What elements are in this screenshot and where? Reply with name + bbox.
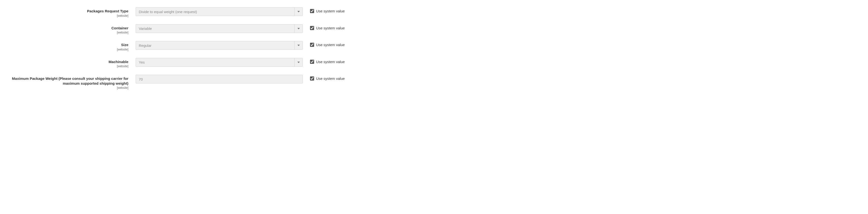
select-wrap: Yes <box>135 58 303 67</box>
use-default-col: Use system value <box>303 75 345 81</box>
field-col: Variable <box>135 24 303 33</box>
use-default-col: Use system value <box>303 24 345 30</box>
field-col: Regular <box>135 41 303 50</box>
use-system-text: Use system value <box>316 26 345 30</box>
use-default-col: Use system value <box>303 7 345 13</box>
field-label: Size <box>7 43 128 47</box>
use-default-col: Use system value <box>303 41 345 47</box>
use-system-text: Use system value <box>316 60 345 64</box>
label-col: Size [website] <box>7 41 135 51</box>
scope-label: [website] <box>7 31 128 34</box>
field-label: Machinable <box>7 59 128 64</box>
container-select[interactable]: Variable <box>135 24 303 33</box>
label-col: Machinable [website] <box>7 58 135 68</box>
use-system-checkbox[interactable] <box>310 9 314 13</box>
packages-request-type-select[interactable]: Divide to equal weight (one request) <box>135 7 303 16</box>
field-label: Container <box>7 26 128 31</box>
field-col <box>135 75 303 83</box>
use-system-label-wrap[interactable]: Use system value <box>310 76 345 81</box>
select-wrap: Variable <box>135 24 303 33</box>
row-size: Size [website] Regular Use system value <box>7 41 854 51</box>
max-package-weight-input[interactable] <box>135 75 303 83</box>
field-col: Yes <box>135 58 303 67</box>
use-system-label-wrap[interactable]: Use system value <box>310 43 345 47</box>
size-select[interactable]: Regular <box>135 41 303 50</box>
row-container: Container [website] Variable Use system … <box>7 24 854 34</box>
use-system-label-wrap[interactable]: Use system value <box>310 9 345 13</box>
row-machinable: Machinable [website] Yes Use system valu… <box>7 58 854 68</box>
use-system-checkbox[interactable] <box>310 26 314 30</box>
use-system-text: Use system value <box>316 43 345 47</box>
scope-label: [website] <box>7 14 128 18</box>
row-max-package-weight: Maximum Package Weight (Please consult y… <box>7 75 854 89</box>
select-wrap: Divide to equal weight (one request) <box>135 7 303 16</box>
row-packages-request-type: Packages Request Type [website] Divide t… <box>7 7 854 18</box>
use-system-text: Use system value <box>316 9 345 13</box>
use-system-text: Use system value <box>316 76 345 81</box>
use-default-col: Use system value <box>303 58 345 64</box>
scope-label: [website] <box>7 48 128 51</box>
use-system-label-wrap[interactable]: Use system value <box>310 60 345 64</box>
use-system-checkbox[interactable] <box>310 76 314 81</box>
scope-label: [website] <box>7 86 128 89</box>
field-col: Divide to equal weight (one request) <box>135 7 303 16</box>
field-label: Packages Request Type <box>7 9 128 14</box>
use-system-label-wrap[interactable]: Use system value <box>310 26 345 30</box>
use-system-checkbox[interactable] <box>310 60 314 64</box>
label-col: Packages Request Type [website] <box>7 7 135 18</box>
scope-label: [website] <box>7 64 128 68</box>
label-col: Container [website] <box>7 24 135 34</box>
label-col: Maximum Package Weight (Please consult y… <box>7 75 135 89</box>
use-system-checkbox[interactable] <box>310 43 314 47</box>
machinable-select[interactable]: Yes <box>135 58 303 67</box>
select-wrap: Regular <box>135 41 303 50</box>
field-label: Maximum Package Weight (Please consult y… <box>7 76 128 86</box>
